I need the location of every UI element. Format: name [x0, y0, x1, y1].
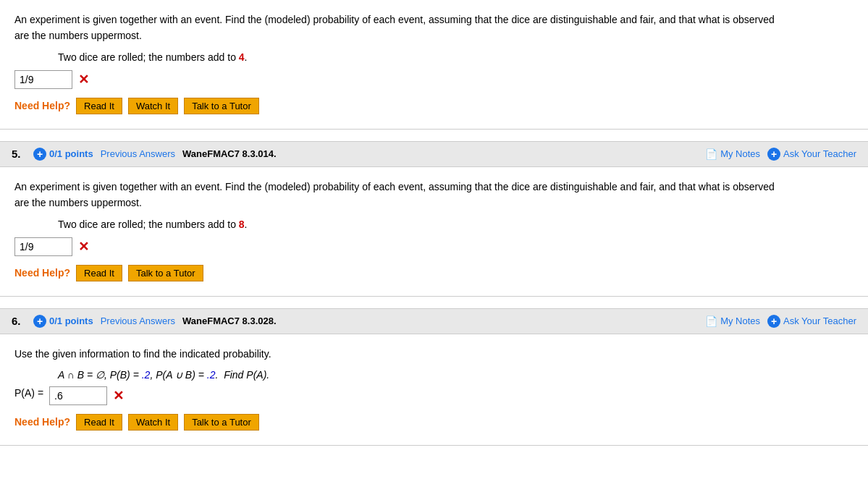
- notes-icon-5: 📄: [705, 148, 717, 160]
- my-notes-btn-5[interactable]: 📄 My Notes: [705, 148, 760, 160]
- points-badge-5: + 0/1 points: [33, 148, 93, 161]
- notes-icon-6: 📄: [705, 315, 717, 327]
- question-text-6: Use the given information to find the in…: [14, 346, 854, 362]
- body-line1-6: Use the given information to find the in…: [14, 348, 271, 360]
- talk-tutor-button-5[interactable]: Talk to a Tutor: [128, 265, 203, 281]
- need-help-row-prev: Need Help? Read It Watch It Talk to a Tu…: [14, 98, 854, 114]
- question-body-6: Use the given information to find the in…: [0, 334, 868, 445]
- wrong-icon-5: ✕: [78, 239, 89, 255]
- points-text-5: 0/1 points: [49, 148, 93, 159]
- my-notes-label-6: My Notes: [720, 315, 760, 326]
- problem-code-6: WaneFMAC7 8.3.028.: [182, 315, 277, 326]
- question-header-5: 5. + 0/1 points Previous Answers WaneFMA…: [0, 141, 868, 167]
- read-it-button-5[interactable]: Read It: [76, 265, 122, 281]
- read-it-button-prev[interactable]: Read It: [76, 98, 122, 114]
- need-help-label-5: Need Help?: [14, 267, 70, 279]
- math-formula-6: A ∩ B = ∅, P(B) = .2, P(A ∪ B) = .2. Fin…: [58, 369, 854, 381]
- need-help-row-5: Need Help? Read It Talk to a Tutor: [14, 265, 854, 281]
- ask-plus-circle-6: +: [767, 315, 780, 328]
- question-block-5: 5. + 0/1 points Previous Answers WaneFMA…: [0, 141, 868, 297]
- question-block-prev: An experiment is given together with an …: [0, 0, 868, 130]
- read-it-button-6[interactable]: Read It: [76, 414, 122, 431]
- prev-answers-6[interactable]: Previous Answers: [101, 315, 175, 326]
- wrong-icon-6: ✕: [113, 388, 124, 404]
- ask-teacher-btn-5[interactable]: + Ask Your Teacher: [767, 148, 856, 161]
- highlight-number-prev: 4: [239, 51, 245, 63]
- sub-question-5: Two dice are rolled; the numbers add to …: [58, 219, 854, 230]
- talk-tutor-button-prev[interactable]: Talk to a Tutor: [184, 98, 259, 114]
- talk-tutor-button-6[interactable]: Talk to a Tutor: [184, 414, 259, 431]
- need-help-label-6: Need Help?: [14, 416, 70, 428]
- question-text-5: An experiment is given together with an …: [14, 179, 854, 211]
- points-text-6: 0/1 points: [49, 315, 93, 326]
- body-line1-5: An experiment is given together with an …: [14, 181, 775, 192]
- body-line2-5: are the numbers uppermost.: [14, 197, 142, 208]
- question-body-5: An experiment is given together with an …: [0, 167, 868, 296]
- question-header-6: 6. + 0/1 points Previous Answers WaneFMA…: [0, 308, 868, 334]
- spacer-3: [0, 446, 868, 457]
- spacer-1: [0, 130, 868, 141]
- question-number-6: 6.: [12, 315, 26, 327]
- watch-it-button-6[interactable]: Watch It: [128, 414, 178, 431]
- ask-teacher-label-6: Ask Your Teacher: [783, 315, 856, 326]
- ask-teacher-label-5: Ask Your Teacher: [783, 148, 856, 159]
- prev-answers-5[interactable]: Previous Answers: [101, 148, 175, 159]
- my-notes-btn-6[interactable]: 📄 My Notes: [705, 315, 760, 327]
- my-notes-label-5: My Notes: [720, 148, 760, 159]
- answer-row-6: P(A) = ✕: [14, 386, 854, 405]
- plus-circle-6: +: [33, 315, 46, 328]
- watch-it-button-prev[interactable]: Watch It: [128, 98, 178, 114]
- body-line1-prev: An experiment is given together with an …: [14, 14, 775, 25]
- question-body-prev: An experiment is given together with an …: [0, 0, 868, 129]
- need-help-label-prev: Need Help?: [14, 100, 70, 111]
- wrong-icon-prev: ✕: [78, 72, 89, 88]
- body-line2-prev: are the numbers uppermost.: [14, 30, 142, 41]
- answer-input-5[interactable]: [14, 237, 72, 256]
- sub-question-prev: Two dice are rolled; the numbers add to …: [58, 51, 854, 63]
- plus-circle-5: +: [33, 148, 46, 161]
- highlight-number-5: 8: [239, 219, 245, 230]
- ask-plus-circle-5: +: [767, 148, 780, 161]
- need-help-row-6: Need Help? Read It Watch It Talk to a Tu…: [14, 414, 854, 431]
- pa-label-6: P(A) =: [14, 387, 43, 399]
- question-block-6: 6. + 0/1 points Previous Answers WaneFMA…: [0, 308, 868, 446]
- problem-code-5: WaneFMAC7 8.3.014.: [182, 148, 277, 159]
- answer-input-prev[interactable]: [14, 70, 72, 89]
- spacer-2: [0, 297, 868, 308]
- answer-row-5: ✕: [14, 237, 854, 256]
- ask-teacher-btn-6[interactable]: + Ask Your Teacher: [767, 315, 856, 328]
- answer-row-prev: ✕: [14, 70, 854, 89]
- points-badge-6: + 0/1 points: [33, 315, 93, 328]
- question-number-5: 5.: [12, 148, 26, 160]
- question-text-prev: An experiment is given together with an …: [14, 12, 854, 44]
- answer-input-6[interactable]: [49, 386, 107, 405]
